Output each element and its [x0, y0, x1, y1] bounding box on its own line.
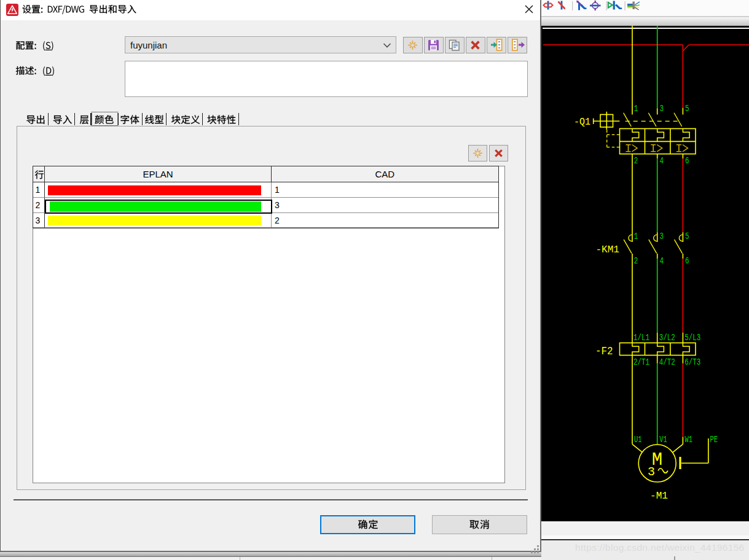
- svg-text:U1: U1: [634, 435, 642, 445]
- svg-text:V1: V1: [659, 435, 667, 445]
- svg-text:1/L1: 1/L1: [633, 333, 649, 343]
- svg-text:-KM1: -KM1: [596, 244, 620, 255]
- svg-text:1: 1: [634, 104, 638, 114]
- svg-text:2/T1: 2/T1: [633, 357, 649, 367]
- svg-text:5: 5: [685, 104, 689, 114]
- svg-text:4: 4: [660, 256, 664, 266]
- svg-text:-M1: -M1: [650, 490, 668, 502]
- svg-text:PE: PE: [710, 435, 718, 445]
- svg-text:-F2: -F2: [595, 344, 613, 358]
- svg-text:5: 5: [685, 231, 689, 241]
- svg-text:3: 3: [660, 231, 664, 241]
- svg-text:6: 6: [685, 156, 689, 166]
- svg-text:1: 1: [634, 231, 638, 241]
- svg-text:2: 2: [634, 256, 638, 266]
- svg-text:4/T2: 4/T2: [659, 357, 675, 367]
- svg-text:W1: W1: [685, 435, 693, 445]
- svg-text:3: 3: [660, 104, 664, 114]
- svg-text:4: 4: [660, 156, 664, 166]
- svg-text:6: 6: [685, 256, 689, 266]
- svg-text:5/L3: 5/L3: [684, 333, 700, 343]
- svg-text:3: 3: [648, 465, 655, 479]
- svg-text:-Q1: -Q1: [574, 116, 590, 128]
- svg-text:2: 2: [634, 156, 638, 166]
- svg-text:6/T3: 6/T3: [684, 357, 700, 367]
- svg-text:3/L2: 3/L2: [659, 333, 675, 343]
